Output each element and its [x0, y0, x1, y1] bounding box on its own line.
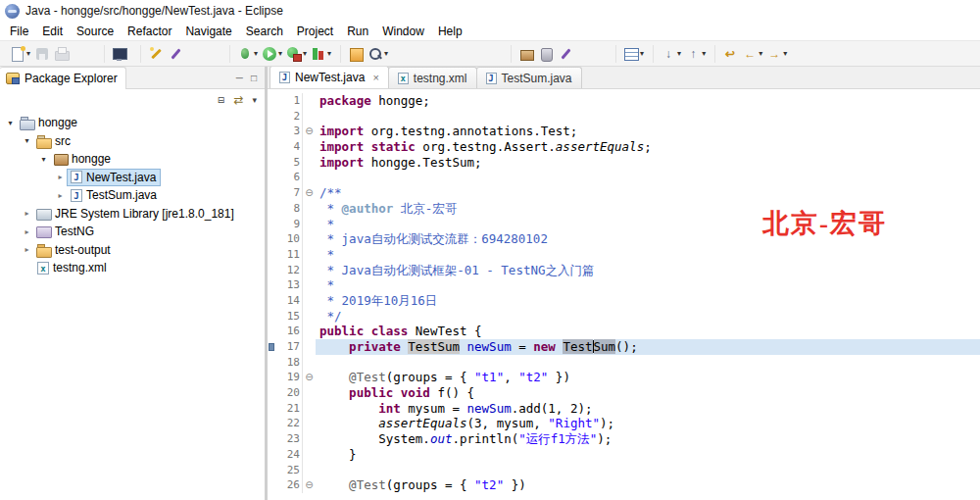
menu-refactor[interactable]: Refactor — [121, 23, 178, 40]
line-number[interactable]: 12 — [276, 263, 302, 278]
dropdown-caret-icon[interactable]: ▾ — [26, 49, 30, 58]
next-annotation-icon[interactable]: ↓▾ — [659, 45, 683, 63]
code-text[interactable]: public class NewTest { — [316, 324, 980, 339]
last-edit-location-icon[interactable]: ↩ — [720, 45, 740, 63]
code-text[interactable]: import static org.testng.Assert.assertEq… — [316, 139, 980, 155]
chevron-right-icon[interactable]: ▸ — [21, 245, 33, 254]
line-number[interactable]: 10 — [276, 231, 302, 247]
tree-item-test-output[interactable]: ▸test-output — [0, 241, 265, 260]
code-text[interactable] — [316, 355, 980, 371]
code-text[interactable]: * Java自动化测试框架-01 - TestNG之入门篇 — [316, 263, 980, 278]
tree-item-hongge[interactable]: ▾hongge — [0, 150, 265, 169]
line-number[interactable]: 21 — [276, 401, 302, 417]
chevron-right-icon[interactable]: ▸ — [21, 227, 33, 236]
line-number[interactable]: 5 — [276, 155, 302, 171]
line-number[interactable]: 9 — [276, 217, 302, 232]
tree-item-testsum-java[interactable]: ▸JTestSum.java — [0, 186, 265, 205]
dropdown-caret-icon[interactable]: ▾ — [677, 49, 681, 58]
code-text[interactable]: } — [316, 447, 980, 463]
save-icon[interactable] — [32, 45, 52, 63]
tree-item-src[interactable]: ▾src — [0, 132, 265, 151]
tree-item-body[interactable]: src — [33, 132, 75, 150]
editor-tab-testng-xml[interactable]: xtestng.xml — [388, 67, 477, 88]
debug-icon[interactable]: ▾ — [235, 45, 260, 63]
run-external-icon[interactable]: ▾ — [284, 45, 309, 63]
code-area[interactable]: 1package hongge;23⊖import org.testng.ann… — [268, 89, 980, 500]
line-number[interactable]: 2 — [276, 109, 302, 125]
tree-item-body[interactable]: JTestSum.java — [67, 186, 162, 204]
dropdown-caret-icon[interactable]: ▾ — [384, 49, 388, 58]
tree-item-body[interactable]: test-output — [33, 241, 116, 259]
chevron-right-icon[interactable]: ▸ — [54, 191, 67, 200]
line-number[interactable]: 8 — [276, 201, 302, 217]
fold-collapse-icon[interactable]: ⊖ — [302, 477, 316, 493]
tree-item-body[interactable]: hongge — [50, 150, 116, 168]
forward-icon[interactable]: →▾ — [764, 45, 789, 63]
menu-project[interactable]: Project — [290, 23, 340, 40]
line-number[interactable]: 4 — [276, 139, 302, 155]
code-text[interactable]: * — [316, 247, 980, 263]
code-text[interactable]: */ — [316, 309, 980, 325]
package-explorer-tab[interactable]: Package Explorer — [0, 67, 126, 89]
code-text[interactable]: System.out.println("运行f1方法"); — [316, 431, 980, 447]
tree-item-body[interactable]: JNewTest.java — [67, 169, 161, 186]
line-number[interactable]: 19 — [276, 370, 302, 385]
code-text[interactable]: import org.testng.annotations.Test; — [316, 124, 980, 139]
code-text[interactable] — [316, 170, 980, 185]
line-number[interactable]: 18 — [276, 355, 302, 371]
dropdown-caret-icon[interactable]: ▾ — [278, 49, 282, 58]
dropdown-caret-icon[interactable]: ▾ — [640, 49, 644, 58]
clean-wand-icon[interactable] — [556, 45, 575, 63]
line-number[interactable]: 16 — [276, 324, 302, 339]
line-number[interactable]: 7 — [276, 185, 302, 201]
run-icon[interactable]: ▾ — [260, 45, 284, 63]
tree-item-testng-xml[interactable]: xtestng.xml — [0, 259, 265, 277]
menu-source[interactable]: Source — [70, 23, 121, 40]
line-number[interactable]: 23 — [276, 431, 302, 447]
line-number[interactable]: 24 — [276, 447, 302, 463]
code-text[interactable] — [316, 109, 980, 125]
collapse-all-icon[interactable]: ⊟ — [218, 95, 225, 105]
line-number[interactable]: 13 — [276, 277, 302, 293]
editor-tab-testsum-java[interactable]: JTestSum.java — [476, 67, 582, 88]
menu-file[interactable]: File — [3, 23, 35, 40]
line-number[interactable]: 17 — [276, 339, 302, 355]
prev-annotation-icon[interactable]: ↑▾ — [683, 45, 708, 63]
print-icon[interactable] — [52, 45, 72, 63]
new-package-icon[interactable] — [516, 45, 536, 63]
view-menu-icon[interactable]: ▾ — [252, 95, 257, 105]
code-text[interactable]: @Test(groups = { "t2" }) — [316, 477, 980, 493]
dropdown-caret-icon[interactable]: ▾ — [254, 49, 258, 58]
menu-edit[interactable]: Edit — [35, 23, 70, 40]
dropdown-caret-icon[interactable]: ▾ — [327, 49, 331, 58]
line-number[interactable]: 22 — [276, 416, 302, 431]
dropdown-caret-icon[interactable]: ▾ — [303, 49, 307, 58]
code-text[interactable]: int mysum = newSum.add(1, 2); — [316, 401, 980, 417]
editor-tab-newtest-java[interactable]: JNewTest.java× — [270, 67, 389, 88]
chevron-down-icon[interactable]: ▾ — [37, 155, 50, 164]
menu-run[interactable]: Run — [340, 23, 375, 40]
new-jar-icon[interactable] — [536, 45, 556, 63]
search-icon[interactable]: ▾ — [366, 45, 390, 63]
code-text[interactable] — [316, 463, 980, 478]
new-wizard-icon[interactable]: ▾ — [8, 45, 32, 63]
line-number[interactable]: 1 — [276, 93, 302, 109]
dropdown-caret-icon[interactable]: ▾ — [702, 49, 706, 58]
close-icon[interactable]: × — [372, 72, 378, 83]
tree-item-newtest-java[interactable]: ▸JNewTest.java — [0, 169, 265, 187]
line-number[interactable]: 25 — [276, 463, 302, 478]
chevron-right-icon[interactable]: ▸ — [21, 209, 33, 218]
maximize-view-icon[interactable]: □ — [251, 73, 257, 83]
tree-item-body[interactable]: JRE System Library [jre1.8.0_181] — [33, 205, 239, 223]
code-text[interactable]: * 2019年10月16日 — [316, 293, 980, 309]
back-icon[interactable]: ←▾ — [740, 45, 764, 63]
line-number[interactable]: 26 — [276, 477, 302, 493]
menu-navigate[interactable]: Navigate — [178, 23, 238, 40]
tree-item-jre-system-library-jre1-8-0-181-[interactable]: ▸JRE System Library [jre1.8.0_181] — [0, 205, 265, 224]
code-text[interactable]: public void f() { — [316, 385, 980, 401]
tree-item-body[interactable]: xtestng.xml — [33, 259, 112, 276]
tree-item-testng[interactable]: ▸TestNG — [0, 223, 265, 241]
fold-collapse-icon[interactable]: ⊖ — [302, 185, 316, 201]
format-pen-icon[interactable] — [166, 45, 185, 63]
editor-body[interactable]: 1package hongge;23⊖import org.testng.ann… — [268, 89, 980, 500]
